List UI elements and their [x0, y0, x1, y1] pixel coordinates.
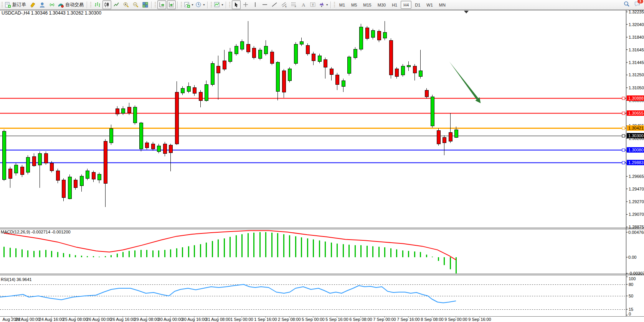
cursor-button[interactable]: [232, 0, 241, 9]
candle-body: [389, 40, 393, 75]
autotrading-icon: [58, 2, 64, 8]
timeframe-button-h1[interactable]: H1: [389, 1, 400, 9]
timeframe-button-m5[interactable]: M5: [348, 1, 360, 9]
zoom-out-button[interactable]: [131, 0, 140, 9]
line-chart-icon: [113, 2, 120, 8]
timeframe-button-h4[interactable]: H4: [401, 1, 411, 9]
candle-body: [353, 49, 357, 58]
svg-text:1.31840: 1.31840: [629, 35, 644, 39]
candle-body: [116, 108, 119, 114]
text-label-button[interactable]: T: [309, 0, 317, 9]
svg-text:F: F: [295, 5, 296, 8]
macd-bar: [146, 250, 147, 257]
chart-shift-button[interactable]: [167, 0, 176, 9]
svg-text:-0.003071: -0.003071: [628, 271, 644, 276]
macd-bar: [378, 247, 380, 257]
candle-body: [300, 41, 303, 44]
line-chart-button[interactable]: [112, 0, 121, 9]
fibonacci-button[interactable]: F: [289, 0, 298, 9]
candle-body: [437, 130, 440, 144]
text-button[interactable]: A: [299, 0, 308, 9]
new-chart-button[interactable]: ▼: [183, 0, 194, 9]
svg-text:80: 80: [629, 282, 633, 287]
svg-text:24 Aug 16:00: 24 Aug 16:00: [39, 317, 64, 322]
candle-body: [318, 56, 321, 61]
svg-text:7 Sep 00:00: 7 Sep 00:00: [373, 317, 396, 322]
macd-bar: [105, 256, 106, 257]
candle-body: [335, 75, 339, 84]
candle-body: [216, 66, 220, 73]
cursor-icon: [233, 2, 239, 8]
metaeditor-button[interactable]: [28, 0, 37, 9]
candle-body: [62, 180, 65, 197]
bar-chart-button[interactable]: [93, 0, 102, 9]
svg-text:6 Sep 08:00: 6 Sep 08:00: [349, 317, 372, 322]
timeframe-button-d1[interactable]: D1: [412, 1, 423, 9]
macd-bar: [372, 246, 373, 257]
time-axis[interactable]: Aug 202224 Aug 00:0024 Aug 16:0025 Aug 0…: [2, 316, 491, 322]
macd-bar: [301, 237, 302, 257]
candle-body: [74, 180, 77, 188]
candle-body: [68, 177, 71, 199]
equidistant-channel-button[interactable]: E: [280, 0, 289, 9]
new-chart-icon: [184, 2, 190, 8]
timeframe-button-mn[interactable]: MN: [436, 1, 448, 9]
toolbar-grip: [90, 2, 91, 8]
toolbar-grip: [2, 2, 3, 8]
hline-handle: [622, 97, 625, 100]
toolbar-grip: [155, 2, 156, 8]
macd-bar: [402, 250, 403, 257]
macd-bar: [15, 248, 17, 257]
community-button[interactable]: [38, 0, 47, 9]
arrows-button[interactable]: ▼: [318, 0, 329, 9]
timeframe-button-m15[interactable]: M15: [360, 1, 374, 9]
trading-chart[interactable]: MACD(12,26,9) -0.002714 -0.001200RSI(14)…: [0, 0, 644, 322]
svg-text:15: 15: [629, 307, 633, 312]
candlestick-chart-button[interactable]: [102, 0, 111, 9]
candle-body: [97, 174, 101, 180]
community-icon: [39, 2, 46, 8]
candle-body: [223, 61, 226, 69]
candle-body: [258, 50, 262, 58]
macd-bar: [140, 250, 142, 257]
svg-text:9 Sep 16:00: 9 Sep 16:00: [468, 317, 491, 322]
timeframe-button-w1[interactable]: W1: [424, 1, 436, 9]
timeframe-button-m1[interactable]: M1: [337, 1, 348, 9]
candle-body: [187, 86, 190, 91]
toolbar-separator: [87, 2, 88, 8]
auto-scroll-button[interactable]: [157, 0, 166, 9]
candle-body: [449, 132, 452, 141]
candle-body: [205, 84, 208, 100]
toolbar-grip: [229, 2, 230, 8]
macd-bar: [10, 248, 11, 257]
indicators-button[interactable]: ▼: [213, 0, 224, 9]
auto-trading-button[interactable]: 自动交易: [57, 0, 85, 9]
macd-bar: [33, 251, 35, 257]
search-button[interactable]: [623, 1, 630, 9]
vertical-line-icon: [252, 2, 259, 8]
macd-bar: [75, 255, 76, 258]
timeframe-button-m30[interactable]: M30: [375, 1, 388, 9]
macd-bar: [188, 246, 189, 257]
candle-body: [26, 157, 30, 172]
zoom-out-icon: [132, 2, 139, 8]
tile-windows-button[interactable]: [141, 0, 150, 9]
candle-body: [359, 27, 363, 49]
new-order-button[interactable]: 新订单: [4, 0, 28, 9]
candle-body: [312, 54, 315, 61]
notifications-button[interactable]: 1: [634, 1, 641, 9]
svg-text:1.32040: 1.32040: [629, 22, 644, 27]
dropdown-arrow-icon: ▼: [203, 3, 205, 6]
svg-text:26 Aug 00:00: 26 Aug 00:00: [87, 317, 112, 322]
macd-bar: [27, 250, 28, 257]
zoom-in-button[interactable]: [122, 0, 130, 9]
crosshair-button[interactable]: [241, 0, 250, 9]
trendline-button[interactable]: [270, 0, 279, 9]
svg-text:1 Sep 00:00: 1 Sep 00:00: [230, 317, 253, 322]
profiles-button[interactable]: ▼: [195, 0, 206, 9]
macd-bar: [325, 242, 326, 257]
candle-body: [169, 145, 172, 153]
vertical-line-button[interactable]: [251, 0, 260, 9]
signals-button[interactable]: [48, 0, 56, 9]
horizontal-line-button[interactable]: [261, 0, 269, 9]
